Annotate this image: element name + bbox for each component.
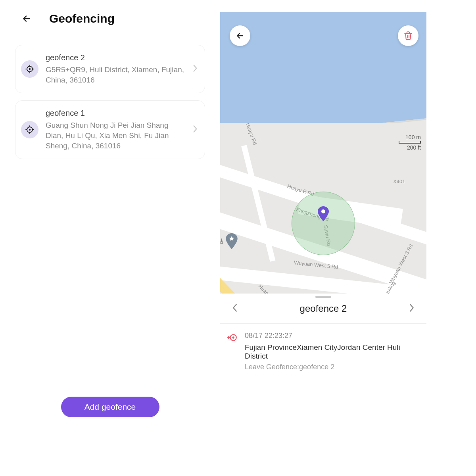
trash-icon	[403, 31, 413, 41]
poi-pin-icon	[226, 233, 238, 249]
leave-geofence-icon	[227, 332, 239, 371]
event-description: Leave Geofence:geofence 2	[245, 363, 419, 371]
prev-geofence-button[interactable]	[230, 301, 240, 316]
geofence-address: Guang Shun Nong Ji Pei Jian Shang Dian, …	[46, 120, 188, 151]
geofence-name: geofence 2	[46, 53, 188, 62]
event-item: 08/17 22:23:27 Fujian ProvinceXiamen Cit…	[220, 324, 426, 371]
drag-handle[interactable]	[315, 296, 331, 298]
next-geofence-button[interactable]	[407, 301, 417, 316]
location-target-icon	[21, 60, 38, 78]
event-timestamp: 08/17 22:23:27	[245, 332, 419, 340]
back-button[interactable]	[21, 13, 32, 24]
geofence-detail-panel: Huayu Rd Huayu E Rd Fangzhong Rd Suwu Rd…	[220, 12, 426, 424]
arrow-left-icon	[21, 13, 32, 24]
delete-button[interactable]	[398, 25, 418, 46]
road-label: X401	[393, 178, 405, 184]
map-scale: 100 m 200 ft	[399, 134, 421, 151]
geofence-item[interactable]: geofence 1 Guang Shun Nong Ji Pei Jian S…	[15, 100, 205, 159]
scale-line-icon	[399, 141, 421, 144]
map-back-button[interactable]	[230, 25, 250, 46]
map-pin-icon	[318, 206, 329, 221]
svg-point-6	[232, 336, 234, 338]
geofence-list-panel: Geofencing geofence 2 G5R5+QR9, Huli Dis…	[0, 0, 220, 476]
scale-metric: 100 m	[399, 134, 421, 140]
page-title: Geofencing	[49, 12, 115, 25]
chevron-right-icon	[193, 64, 198, 74]
map-view[interactable]: Huayu Rd Huayu E Rd Fangzhong Rd Suwu Rd…	[220, 12, 426, 294]
left-header: Geofencing	[7, 12, 213, 35]
geofence-radius-overlay	[292, 192, 355, 255]
svg-point-1	[29, 68, 31, 70]
add-geofence-button[interactable]: Add geofence	[61, 397, 159, 417]
scale-imperial: 200 ft	[399, 144, 421, 151]
chevron-right-icon	[193, 125, 198, 134]
svg-point-3	[29, 129, 31, 131]
geofence-item[interactable]: geofence 2 G5R5+QR9, Huli District, Xiam…	[15, 45, 205, 93]
arrow-left-icon	[235, 31, 245, 40]
geofence-address: G5R5+QR9, Huli District, Xiamen, Fujian,…	[46, 65, 188, 85]
sheet-header: geofence 2	[220, 300, 426, 324]
location-target-icon	[21, 121, 38, 138]
sheet-title: geofence 2	[300, 303, 347, 314]
event-location: Fujian ProvinceXiamen CityJordan Center …	[245, 343, 419, 361]
geofence-name: geofence 1	[46, 109, 188, 118]
detail-sheet: geofence 2 08/17 22:23:27 Fujian Provinc…	[220, 296, 426, 371]
chevron-left-icon	[232, 303, 238, 312]
svg-point-4	[321, 209, 325, 213]
geofence-list: geofence 2 G5R5+QR9, Huli District, Xiam…	[0, 35, 220, 159]
chevron-right-icon	[409, 303, 415, 312]
